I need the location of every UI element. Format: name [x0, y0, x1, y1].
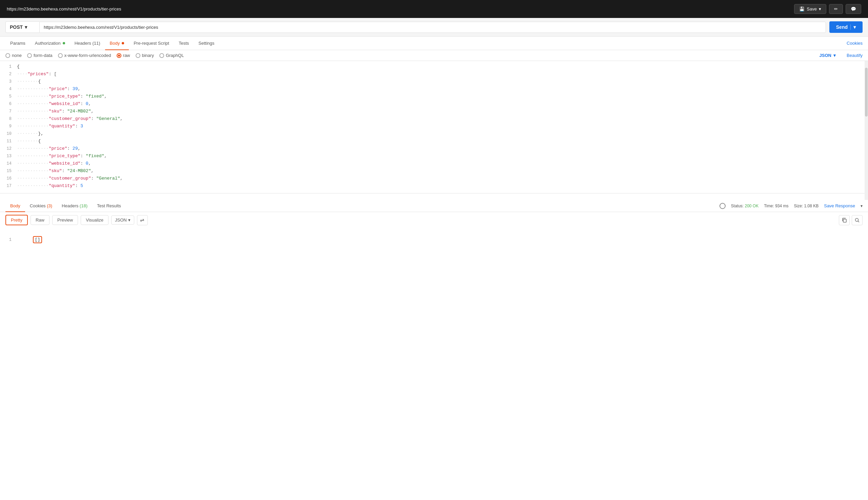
code-line-1: 1 {: [0, 64, 868, 71]
size-label: Size:: [794, 204, 803, 208]
json-format-select[interactable]: JSON ▾: [820, 53, 836, 58]
response-action-buttons: [839, 215, 863, 225]
visualize-view-button[interactable]: Visualize: [81, 215, 109, 225]
response-tab-test-results[interactable]: Test Results: [92, 200, 126, 212]
cookies-count: (3): [47, 203, 52, 208]
radio-none[interactable]: [5, 53, 10, 58]
send-dropdown-icon[interactable]: ▾: [850, 24, 856, 30]
code-line-5: 5 ············"price_type": "fixed",: [0, 93, 868, 101]
method-label: POST: [10, 24, 23, 30]
top-bar-actions: 💾 Save ▾ ✏ 💬: [794, 4, 861, 14]
response-tab-headers[interactable]: Headers (18): [57, 200, 92, 212]
radio-form-data[interactable]: [27, 53, 32, 58]
response-tab-cookies[interactable]: Cookies (3): [25, 200, 57, 212]
save-dropdown-icon: ▾: [819, 7, 821, 12]
body-dot: [122, 42, 124, 44]
status-value: 200 OK: [745, 204, 759, 208]
code-line-12: 12 ············"price": 29,: [0, 146, 868, 153]
preview-view-button[interactable]: Preview: [52, 215, 78, 225]
code-line-14: 14 ············"website_id": 0,: [0, 161, 868, 168]
code-line-11: 11 ········{: [0, 138, 868, 146]
code-line-7: 7 ············"sku": "24-MB02",: [0, 109, 868, 116]
status-label: Status:: [731, 204, 744, 208]
beautify-button[interactable]: Beautify: [847, 53, 863, 58]
response-tools: Pretty Raw Preview Visualize JSON ▾ ⇌: [0, 212, 868, 228]
edit-button[interactable]: ✏: [829, 4, 843, 14]
request-tabs: Params Authorization Headers (11) Body P…: [0, 37, 868, 50]
response-body[interactable]: 1 []: [0, 228, 868, 255]
tab-tests[interactable]: Tests: [174, 37, 193, 50]
edit-icon: ✏: [834, 7, 838, 12]
format-dropdown-icon: ▾: [128, 217, 131, 223]
code-line-16: 16 ············"customer_group": "Genera…: [0, 175, 868, 183]
top-bar-url: https://m23demo.beehexa.com/rest/V1/prod…: [7, 7, 121, 12]
option-binary[interactable]: binary: [136, 53, 154, 58]
body-options: none form-data x-www-form-urlencoded raw…: [0, 50, 868, 61]
send-button[interactable]: Send ▾: [830, 21, 863, 33]
radio-binary[interactable]: [136, 53, 141, 58]
globe-icon: [720, 203, 726, 209]
url-input[interactable]: [39, 22, 826, 33]
code-line-2: 2 ····"prices": [: [0, 71, 868, 79]
send-label: Send: [836, 24, 848, 30]
svg-rect-0: [843, 219, 846, 222]
cookies-link[interactable]: Cookies: [847, 41, 863, 46]
code-editor-content[interactable]: 1 { 2 ····"prices": [ 3 ········{ 4 ····…: [0, 61, 868, 193]
top-bar: https://m23demo.beehexa.com/rest/V1/prod…: [0, 0, 868, 18]
response-tabs: Body Cookies (3) Headers (18) Test Resul…: [0, 200, 868, 212]
method-dropdown-icon: ▾: [25, 24, 27, 30]
code-line-9: 9 ············"quantity": 3: [0, 123, 868, 131]
code-line-8: 8 ············"customer_group": "General…: [0, 116, 868, 123]
code-line-3: 3 ········{: [0, 79, 868, 86]
radio-graphql[interactable]: [159, 53, 164, 58]
option-raw[interactable]: raw: [116, 53, 130, 58]
response-line-1: 1 []: [0, 231, 868, 249]
option-graphql[interactable]: GraphQL: [159, 53, 184, 58]
response-format-select[interactable]: JSON ▾: [111, 215, 134, 225]
code-line-4: 4 ············"price": 39,: [0, 86, 868, 93]
time-value: 934 ms: [775, 204, 788, 208]
request-bar: POST ▾ Send ▾: [0, 18, 868, 37]
radio-raw[interactable]: [116, 53, 121, 58]
option-form-data[interactable]: form-data: [27, 53, 53, 58]
json-dropdown-icon: ▾: [833, 53, 836, 58]
response-tab-body[interactable]: Body: [5, 200, 25, 212]
time-label: Time:: [764, 204, 774, 208]
save-response-button[interactable]: Save Response: [824, 203, 855, 208]
pretty-view-button[interactable]: Pretty: [5, 215, 28, 225]
headers-count: (18): [80, 203, 88, 208]
save-button[interactable]: 💾 Save ▾: [794, 4, 826, 14]
code-line-10: 10 ········},: [0, 131, 868, 138]
comment-button[interactable]: 💬: [846, 4, 861, 14]
save-icon: 💾: [799, 7, 804, 12]
code-line-13: 13 ············"price_type": "fixed",: [0, 153, 868, 161]
option-urlencoded[interactable]: x-www-form-urlencoded: [58, 53, 111, 58]
search-button[interactable]: [852, 215, 863, 225]
tab-headers[interactable]: Headers (11): [70, 37, 105, 50]
tab-authorization[interactable]: Authorization: [30, 37, 70, 50]
copy-icon: [842, 217, 847, 223]
code-line-15: 15 ············"sku": "24-MB02",: [0, 168, 868, 175]
save-response-dropdown[interactable]: ▾: [860, 204, 863, 208]
tab-params[interactable]: Params: [5, 37, 30, 50]
wrap-icon: ⇌: [140, 217, 144, 223]
tab-pre-request[interactable]: Pre-request Script: [129, 37, 174, 50]
size-value: 1.08 KB: [804, 204, 819, 208]
comment-icon: 💬: [851, 7, 856, 12]
radio-urlencoded[interactable]: [58, 53, 63, 58]
tab-settings[interactable]: Settings: [193, 37, 219, 50]
tab-body[interactable]: Body: [105, 37, 129, 50]
copy-button[interactable]: [839, 215, 850, 225]
status-bar: Status: 200 OK Time: 934 ms Size: 1.08 K…: [720, 203, 863, 209]
code-line-17: 17 ············"quantity": 5: [0, 183, 868, 190]
method-select[interactable]: POST ▾: [5, 21, 39, 33]
raw-view-button[interactable]: Raw: [31, 215, 49, 225]
authorization-dot: [63, 42, 65, 44]
scrollbar-track[interactable]: [865, 61, 868, 200]
search-icon: [855, 217, 860, 223]
scrollbar-thumb[interactable]: [865, 68, 868, 116]
option-none[interactable]: none: [5, 53, 22, 58]
code-line-6: 6 ············"website_id": 0,: [0, 101, 868, 109]
wrap-button[interactable]: ⇌: [137, 215, 148, 225]
code-editor[interactable]: 1 { 2 ····"prices": [ 3 ········{ 4 ····…: [0, 61, 868, 200]
